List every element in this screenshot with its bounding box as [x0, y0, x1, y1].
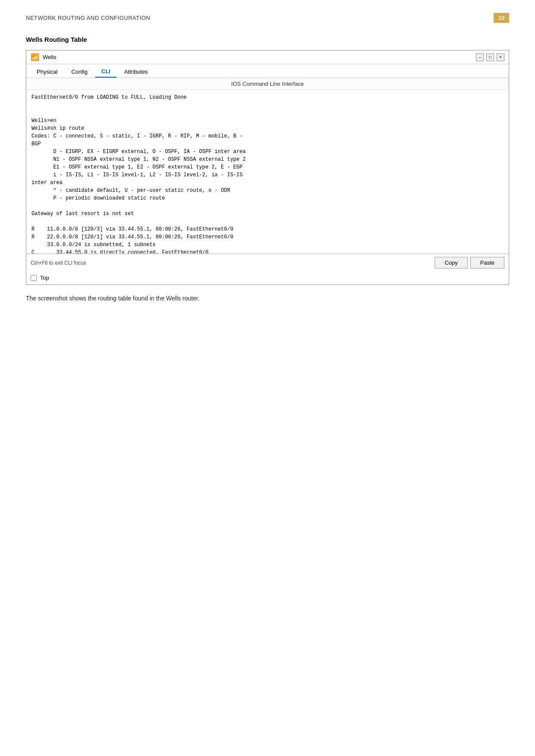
page-header: NETWORK ROUTING AND CONFIGURATION 10 — [26, 13, 509, 23]
window-controls: – □ × — [476, 53, 504, 61]
copy-button[interactable]: Copy — [435, 257, 467, 269]
section-heading: Wells Routing Table — [26, 36, 509, 43]
top-label: Top — [40, 275, 49, 281]
window-title-left: 📶 Wells — [31, 53, 56, 61]
close-button[interactable]: × — [497, 53, 504, 61]
window-footer: Top — [26, 271, 509, 284]
tab-bar: Physical Config CLI Attributes — [26, 64, 509, 78]
wells-window: 📶 Wells – □ × Physical Config CLI Attrib… — [26, 50, 509, 285]
bottom-buttons: Copy Paste — [435, 257, 504, 269]
top-checkbox[interactable] — [31, 275, 37, 281]
restore-button[interactable]: □ — [486, 53, 494, 61]
caption-text: The screenshot shows the routing table f… — [26, 294, 509, 303]
window-bottom-bar: Ctrl+F6 to exit CLI focus Copy Paste — [26, 254, 509, 271]
tab-physical[interactable]: Physical — [31, 66, 63, 78]
window-title-text: Wells — [43, 54, 56, 60]
cli-hint: Ctrl+F6 to exit CLI focus — [31, 260, 86, 266]
tab-cli[interactable]: CLI — [95, 66, 116, 78]
minimize-button[interactable]: – — [476, 53, 484, 61]
terminal-output[interactable]: FastEthernet0/0 from LOADING to FULL, Lo… — [26, 90, 509, 254]
window-titlebar: 📶 Wells – □ × — [26, 50, 509, 64]
tab-attributes[interactable]: Attributes — [118, 66, 154, 78]
page-title: NETWORK ROUTING AND CONFIGURATION — [26, 15, 150, 21]
page-number: 10 — [494, 13, 509, 23]
cli-section-label: IOS Command Line Interface — [26, 78, 509, 90]
router-icon: 📶 — [31, 53, 39, 61]
paste-button[interactable]: Paste — [470, 257, 504, 269]
tab-config[interactable]: Config — [65, 66, 94, 78]
